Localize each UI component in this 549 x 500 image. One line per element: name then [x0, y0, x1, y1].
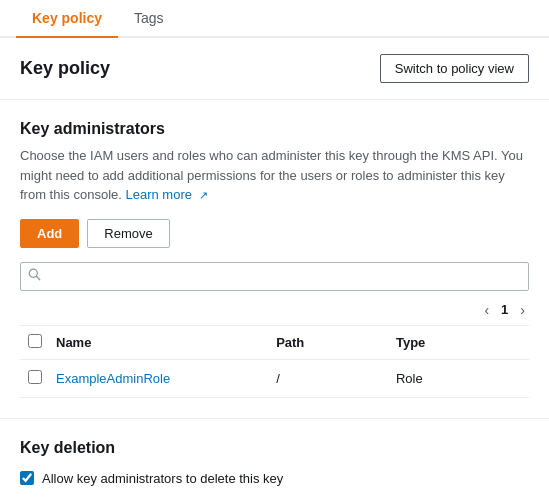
row-path: /	[266, 359, 386, 397]
key-administrators-description: Choose the IAM users and roles who can a…	[20, 146, 529, 205]
action-buttons: Add Remove	[20, 219, 529, 248]
col-header-type: Type	[386, 325, 529, 359]
table-row: ExampleAdminRole / Role	[20, 359, 529, 397]
pagination-prev-button[interactable]: ‹	[480, 301, 493, 319]
tabs-bar: Key policy Tags	[0, 0, 549, 38]
key-deletion-section: Key deletion Allow key administrators to…	[0, 419, 549, 501]
allow-deletion-row: Allow key administrators to delete this …	[20, 471, 529, 486]
remove-button[interactable]: Remove	[87, 219, 169, 248]
allow-deletion-checkbox[interactable]	[20, 471, 34, 485]
row-checkbox[interactable]	[28, 370, 42, 384]
tab-tags[interactable]: Tags	[118, 0, 180, 38]
svg-line-1	[37, 277, 40, 280]
pagination: ‹ 1 ›	[20, 301, 529, 319]
allow-deletion-label[interactable]: Allow key administrators to delete this …	[42, 471, 283, 486]
add-button[interactable]: Add	[20, 219, 79, 248]
row-checkbox-cell	[20, 359, 46, 397]
col-header-path: Path	[266, 325, 386, 359]
pagination-next-button[interactable]: ›	[516, 301, 529, 319]
learn-more-link[interactable]: Learn more ↗	[126, 187, 208, 202]
switch-to-policy-view-button[interactable]: Switch to policy view	[380, 54, 529, 83]
key-administrators-title: Key administrators	[20, 120, 529, 138]
tab-key-policy[interactable]: Key policy	[16, 0, 118, 38]
role-link[interactable]: ExampleAdminRole	[56, 371, 170, 386]
external-link-icon: ↗	[199, 189, 208, 201]
search-input[interactable]	[20, 262, 529, 291]
search-wrapper	[20, 262, 529, 291]
table-header-row: Name Path Type	[20, 325, 529, 359]
row-type: Role	[386, 359, 529, 397]
administrators-table: Name Path Type ExampleAdminRole / Role	[20, 325, 529, 398]
key-administrators-section: Key administrators Choose the IAM users …	[0, 100, 549, 418]
col-header-name: Name	[46, 325, 266, 359]
section-header: Key policy Switch to policy view	[0, 38, 549, 100]
search-icon	[28, 268, 41, 284]
key-deletion-title: Key deletion	[20, 439, 529, 457]
select-all-checkbox[interactable]	[28, 334, 42, 348]
col-header-checkbox	[20, 325, 46, 359]
page-title: Key policy	[20, 58, 110, 79]
row-name: ExampleAdminRole	[46, 359, 266, 397]
pagination-page-number: 1	[501, 302, 508, 317]
